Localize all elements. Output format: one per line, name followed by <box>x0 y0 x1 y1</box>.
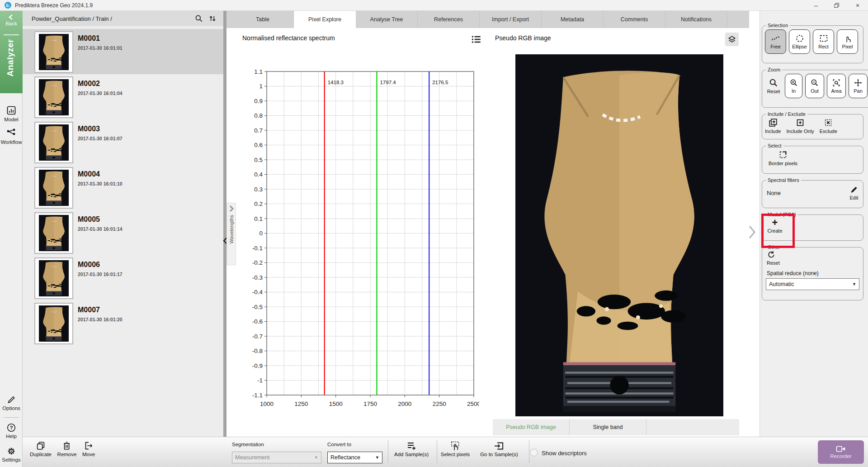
selection-rect-button[interactable]: Rect <box>813 29 834 54</box>
spectrum-chart[interactable]: -1.1-1-0.9-0.8-0.7-0.6-0.5-0.4-0.3-0.2-0… <box>244 62 479 413</box>
go-to-samples-label: Go to Sample(s) <box>480 452 518 457</box>
tab-pixel-explore[interactable]: Pixel Explore <box>294 11 356 28</box>
sample-list-item[interactable]: M00032017-01-30 16:01:07 <box>23 119 223 165</box>
zoom-area-button[interactable]: Area <box>827 74 846 98</box>
search-icon[interactable] <box>194 14 203 23</box>
zoom-in-icon <box>789 78 798 87</box>
border-pixels-button[interactable]: Border pixels <box>765 150 801 166</box>
zoom-in-button[interactable]: In <box>785 74 802 98</box>
add-samples-button[interactable]: Add Sample(s) <box>394 441 429 457</box>
move-button[interactable]: Move <box>82 441 95 457</box>
go-to-samples-button[interactable]: Go to Sample(s) <box>480 441 518 457</box>
selection-pixel-button[interactable]: Pixel <box>837 29 858 54</box>
nav-item-model-label: Model <box>4 117 18 122</box>
spatial-reduce-dropdown[interactable]: Automatic ▼ <box>766 278 859 290</box>
back-button[interactable]: Back <box>0 14 23 26</box>
duplicate-button[interactable]: Duplicate <box>30 441 52 457</box>
convert-to-dropdown[interactable]: Reflectance ▼ <box>327 452 382 463</box>
recorder-button[interactable]: Recorder <box>818 440 864 464</box>
spatial-reduce-value: Automatic <box>769 281 794 287</box>
app-window: b. Prediktera Breeze Geo 2024.1.9 – × Ba… <box>0 0 868 467</box>
svg-text:0.5: 0.5 <box>254 157 263 163</box>
back-chevron-icon <box>8 14 14 20</box>
select-pixels-button[interactable]: Select pixels <box>441 441 470 457</box>
remove-button[interactable]: Remove <box>57 441 77 457</box>
sample-thumbnail-image <box>39 79 69 115</box>
svg-text:0.3: 0.3 <box>254 186 263 193</box>
border-pixels-icon <box>778 150 788 160</box>
close-button[interactable]: × <box>847 0 868 11</box>
sample-timestamp: 2017-01-30 16:01:01 <box>78 45 123 51</box>
zoom-out-label: Out <box>811 88 819 94</box>
bottom-bar-separator <box>388 440 388 463</box>
nav-item-settings[interactable]: Settings <box>0 446 23 462</box>
sample-timestamp: 2017-01-30 16:01:10 <box>78 181 123 186</box>
tab-table[interactable]: Table <box>232 11 294 28</box>
tab-pseudo-rgb-image[interactable]: Pseudo RGB image <box>493 419 570 435</box>
expand-right-panel-chevron-icon[interactable] <box>747 224 757 240</box>
sample-name: M0007 <box>78 306 100 314</box>
pseudo-rgb-image[interactable] <box>515 54 723 416</box>
pixel-label: Pixel <box>842 44 853 49</box>
panel-splitter[interactable] <box>223 11 226 437</box>
svg-text:0.1: 0.1 <box>254 215 263 222</box>
zoom-reset-button[interactable]: Reset <box>765 78 782 94</box>
tab-notifications[interactable]: Notifications <box>665 11 727 28</box>
app-title: Prediktera Breeze Geo 2024.1.9 <box>15 2 93 9</box>
sort-icon[interactable] <box>208 14 217 23</box>
svg-text:1418.3: 1418.3 <box>328 80 344 85</box>
segmentation-dropdown[interactable]: Measurement ▼ <box>232 452 321 463</box>
tab-metadata[interactable]: Metadata <box>542 11 604 28</box>
include-only-button[interactable]: Include Only <box>786 118 814 134</box>
svg-text:0.6: 0.6 <box>254 142 263 148</box>
tab-comments[interactable]: Comments <box>604 11 665 28</box>
selection-free-button[interactable]: Free <box>765 29 786 54</box>
zoom-pan-button[interactable]: Pan <box>849 74 868 98</box>
exclude-button[interactable]: Exclude <box>820 118 837 134</box>
nav-item-options-label: Options <box>2 405 20 411</box>
edit-pencil-icon <box>849 185 859 194</box>
reset-circular-arrow-icon <box>767 250 776 259</box>
ellipse-label: Ellipse <box>792 44 807 49</box>
svg-text:2250: 2250 <box>433 400 446 407</box>
move-icon <box>84 441 94 451</box>
go-to-sample-icon <box>494 441 505 451</box>
nav-item-model[interactable]: Model <box>0 105 23 122</box>
nav-item-help-label: Help <box>6 434 17 439</box>
zoom-area-label: Area <box>831 88 841 94</box>
tab-import-export[interactable]: Import / Export <box>480 11 542 28</box>
selection-ellipse-button[interactable]: Ellipse <box>789 29 810 54</box>
add-samples-label: Add Sample(s) <box>394 452 429 457</box>
nav-item-help[interactable]: ? Help <box>0 423 23 439</box>
sample-list-item[interactable]: M00022017-01-30 16:01:04 <box>23 74 223 119</box>
sample-list-item[interactable]: M00062017-01-30 16:01:17 <box>23 255 223 300</box>
include-button[interactable]: Include <box>765 118 781 134</box>
sample-name: M0002 <box>78 80 100 88</box>
spectral-filters-edit-button[interactable]: Edit <box>849 185 859 200</box>
wavelengths-side-tab[interactable]: Wavelengths <box>226 203 236 265</box>
sample-list-item[interactable]: M00042017-01-30 16:01:10 <box>23 165 223 210</box>
svg-text:-0.9: -0.9 <box>252 362 263 369</box>
tab-analyse-tree[interactable]: Analyse Tree <box>356 11 418 28</box>
sample-list-item[interactable]: M00012017-01-30 16:01:01 <box>23 29 223 74</box>
sample-name: M0001 <box>78 34 100 43</box>
restore-window-button[interactable] <box>826 0 847 11</box>
nav-item-workflow[interactable]: Workflow <box>0 128 23 145</box>
tab-references[interactable]: References <box>418 11 480 28</box>
legend-list-icon[interactable] <box>470 33 482 45</box>
minimize-button[interactable]: – <box>806 0 826 11</box>
zoom-out-button[interactable]: Out <box>805 74 824 98</box>
layers-button[interactable] <box>725 33 739 46</box>
show-descriptors-toggle[interactable] <box>530 448 538 457</box>
svg-text:1797.4: 1797.4 <box>380 80 396 85</box>
pan-icon <box>854 78 863 87</box>
nav-analyzer-section: Back Analyzer <box>0 11 23 93</box>
tab-single-band[interactable]: Single band <box>570 419 646 435</box>
sample-thumbnail <box>34 76 73 118</box>
other-reset-button[interactable]: Reset <box>765 250 783 266</box>
sample-list-item[interactable]: M00052017-01-30 16:01:14 <box>23 210 223 255</box>
sample-list-item[interactable]: M00072017-01-30 16:01:20 <box>23 300 223 346</box>
zoom-reset-icon <box>769 78 778 88</box>
sample-thumbnail <box>34 167 73 209</box>
nav-item-options[interactable]: Options <box>0 395 23 411</box>
